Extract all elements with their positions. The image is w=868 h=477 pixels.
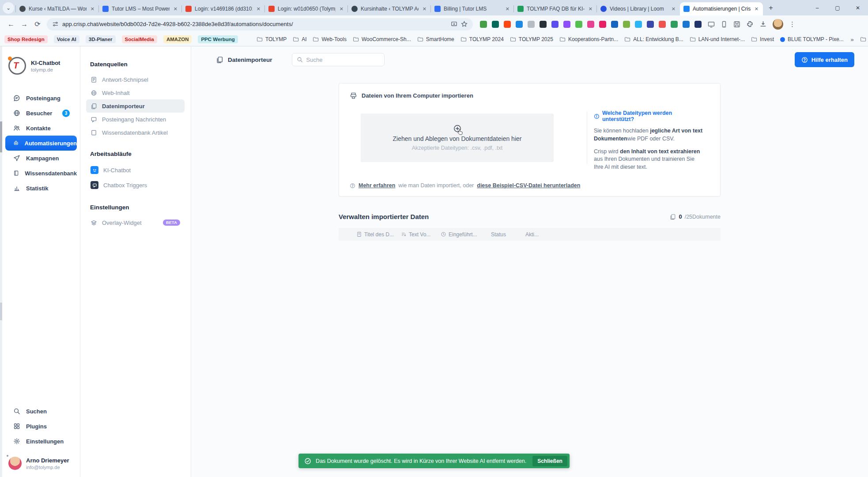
extension-icon[interactable]: [611, 21, 618, 28]
subsidebar-item-wissensdatenbank-artikel[interactable]: Wissensdatenbank Artikel: [86, 126, 185, 139]
browser-tab[interactable]: TOLYMP FAQ DB für KI-An... ✕: [514, 2, 597, 15]
bookmark-site[interactable]: BLUE TOLYMP - Pixe...: [780, 36, 844, 42]
subsidebar-item-ki-chatbot[interactable]: KI-Chatbot: [86, 163, 185, 178]
bookmark-folder[interactable]: Kooperations-Partn...: [559, 36, 618, 42]
tab-close-icon[interactable]: ✕: [671, 6, 676, 12]
sidebar-item-einstellungen[interactable]: Einstellungen: [5, 434, 77, 449]
bookmark-chip[interactable]: SocialMedia: [122, 35, 157, 43]
add-file-icon[interactable]: [453, 125, 461, 132]
bookmark-folder[interactable]: TOLYMP 2024: [460, 36, 504, 42]
extension-icon[interactable]: [540, 21, 547, 28]
browser-tab[interactable]: Videos | Library | Loom ✕: [597, 2, 680, 15]
extensions-puzzle-icon[interactable]: [746, 20, 754, 28]
profile-avatar[interactable]: [773, 19, 783, 30]
extension-icon[interactable]: [528, 21, 535, 28]
browser-tab[interactable]: Login: w01d0650 (Tolymp) ✕: [265, 2, 348, 15]
toast-close-button[interactable]: Schließen: [532, 456, 567, 466]
minimize-button[interactable]: –: [807, 0, 827, 15]
tab-search-chevron-icon[interactable]: ⌄: [3, 2, 14, 14]
tab-close-icon[interactable]: ✕: [90, 6, 95, 12]
tab-close-icon[interactable]: ✕: [256, 6, 261, 12]
extension-icon[interactable]: [635, 21, 642, 28]
bookmark-folder[interactable]: TOLYMP: [257, 36, 287, 42]
sidebar-item-statistik[interactable]: Statistik: [5, 181, 77, 196]
site-info-icon[interactable]: [52, 21, 59, 27]
extension-icon[interactable]: [575, 21, 582, 28]
sidebar-item-wissensdatenbank[interactable]: Wissensdatenbank: [5, 166, 77, 181]
extension-icon[interactable]: [492, 21, 499, 28]
browser-tab[interactable]: Billing | Tutor LMS ✕: [431, 2, 514, 15]
extension-icon[interactable]: [599, 21, 606, 28]
tab-close-icon[interactable]: ✕: [588, 6, 593, 12]
subsidebar-item-antwort-schnipsel[interactable]: Antwort-Schnipsel: [86, 73, 185, 86]
bookmark-chip[interactable]: Shop Redesign: [4, 35, 48, 43]
extension-icon[interactable]: [504, 21, 511, 28]
extension-icon[interactable]: [480, 21, 487, 28]
workspace-switcher[interactable]: T KI-Chatbot tolymp.de: [2, 46, 80, 75]
extension-icon[interactable]: [563, 21, 570, 28]
search-input[interactable]: [306, 57, 373, 63]
sidebar-item-plugins[interactable]: Plugins: [5, 419, 77, 434]
sidebar-item-suchen[interactable]: Suchen: [5, 404, 77, 419]
bookmark-chip[interactable]: 3D-Planer: [86, 35, 116, 43]
subsidebar-item-posteingang-nachrichten[interactable]: Posteingang Nachrichten: [86, 113, 185, 126]
extension-icon[interactable]: [623, 21, 630, 28]
bookmark-folder[interactable]: Invest: [751, 36, 774, 42]
extension-icon[interactable]: [683, 21, 690, 28]
help-button[interactable]: Hilfe erhalten: [795, 52, 854, 67]
extension-icon[interactable]: [587, 21, 594, 28]
extension-icon[interactable]: [551, 21, 559, 28]
user-profile[interactable]: Arno Driemeyer info@tolymp.de: [2, 449, 80, 472]
bookmark-folder[interactable]: AI: [293, 36, 306, 42]
tab-close-icon[interactable]: ✕: [505, 6, 510, 12]
tab-close-icon[interactable]: ✕: [422, 6, 427, 12]
device-icon[interactable]: [721, 21, 728, 28]
extension-icon[interactable]: [516, 21, 523, 28]
bookmark-star-icon[interactable]: [461, 21, 468, 27]
maximize-button[interactable]: ▢: [827, 0, 848, 15]
bookmark-folder[interactable]: ALL: Entwicklung B...: [624, 36, 683, 42]
bookmark-folder[interactable]: TOLYMP 2025: [510, 36, 553, 42]
bookmark-folder[interactable]: WooCommerce-Sh...: [353, 36, 411, 42]
extension-icon[interactable]: [694, 21, 702, 28]
downloads-icon[interactable]: [759, 20, 767, 28]
browser-menu-icon[interactable]: ⋮: [789, 20, 796, 28]
sidebar-item-automatisierungen[interactable]: Automatisierungen: [5, 136, 77, 151]
sidebar-item-kontakte[interactable]: Kontakte: [5, 121, 77, 136]
file-dropzone[interactable]: Ziehen und Ablegen von Dokumentdateien h…: [361, 114, 554, 162]
reload-icon[interactable]: ⟳: [31, 18, 44, 31]
browser-tab-active[interactable]: Automatisierungen | Crisp ✕: [680, 2, 763, 15]
subsidebar-item-chatbox-triggers[interactable]: Chatbox Triggers: [86, 178, 185, 193]
all-bookmarks-button[interactable]: Alle Lesezeichen: [860, 36, 868, 42]
bookmark-folder[interactable]: LAN-und Internet-...: [690, 36, 745, 42]
sidebar-item-posteingang[interactable]: Posteingang: [5, 91, 77, 106]
sidebar-item-besucher[interactable]: Besucher 3: [5, 106, 77, 121]
install-app-icon[interactable]: [451, 21, 457, 27]
learn-more-link[interactable]: Mehr erfahren: [359, 182, 395, 189]
tab-close-icon[interactable]: ✕: [173, 6, 178, 12]
save-icon[interactable]: [733, 21, 740, 28]
close-button[interactable]: ✕: [848, 0, 868, 15]
tab-close-icon[interactable]: ✕: [339, 6, 344, 12]
extension-icon[interactable]: [671, 21, 678, 28]
cast-icon[interactable]: [708, 21, 715, 28]
browser-tab[interactable]: Kurse ‹ MaTILDA — WordP... ✕: [16, 2, 99, 15]
subsidebar-item-overlay-widget[interactable]: Overlay-Widget BETA: [86, 216, 185, 229]
url-text[interactable]: app.crisp.chat/website/b0db002d-7d2e-492…: [62, 21, 447, 27]
bookmark-folder[interactable]: SmartHome: [417, 36, 454, 42]
bookmark-chip[interactable]: AMAZON: [163, 35, 192, 43]
tab-close-icon[interactable]: ✕: [754, 6, 759, 12]
bookmarks-overflow-icon[interactable]: »: [851, 36, 854, 43]
browser-tab[interactable]: Kursinhalte ‹ TOLYMP Aca... ✕: [348, 2, 431, 15]
address-bar[interactable]: app.crisp.chat/website/b0db002d-7d2e-492…: [47, 18, 473, 30]
browser-tab[interactable]: Tutor LMS – Most Powerfu... ✕: [99, 2, 182, 15]
bookmark-folder[interactable]: Web-Tools: [313, 36, 346, 42]
new-tab-button[interactable]: +: [765, 2, 777, 14]
extension-icon[interactable]: [659, 21, 666, 28]
forward-icon[interactable]: →: [18, 18, 31, 31]
filetypes-help-link[interactable]: Welche Dateitypen werden unterstützt?: [594, 110, 705, 122]
search-box[interactable]: [292, 53, 385, 66]
subsidebar-item-web-inhalt[interactable]: Web-Inhalt: [86, 86, 185, 99]
sample-csv-link[interactable]: diese Beispiel-CSV-Datei herunterladen: [477, 182, 580, 189]
bookmark-chip[interactable]: PPC Werbung: [198, 35, 238, 43]
